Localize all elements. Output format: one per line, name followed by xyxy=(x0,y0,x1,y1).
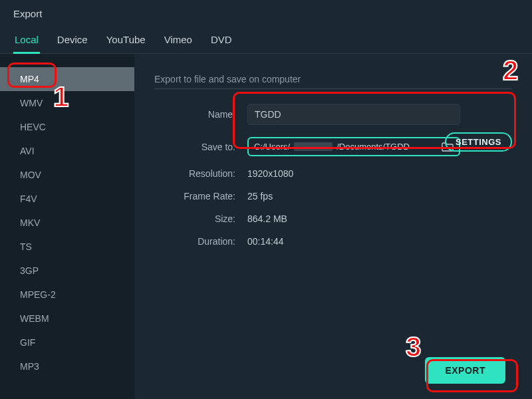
export-settings-panel: Export to file and save on computer Name… xyxy=(134,54,532,399)
format-gif[interactable]: GIF xyxy=(0,331,134,354)
label-resolution: Resolution: xyxy=(154,168,247,179)
label-framerate: Frame Rate: xyxy=(154,191,247,201)
label-duration: Duration: xyxy=(154,236,247,247)
format-sidebar: MP4 WMV HEVC AVI MOV F4V MKV TS 3GP MPEG… xyxy=(0,54,134,399)
settings-button[interactable]: SETTINGS xyxy=(445,132,512,152)
format-3gp[interactable]: 3GP xyxy=(0,259,134,283)
path-suffix: /Documents/TGDD xyxy=(336,142,410,152)
format-mp4[interactable]: MP4 xyxy=(0,67,134,91)
window-title: Export xyxy=(0,0,532,25)
value-framerate: 25 fps xyxy=(247,191,273,201)
tab-local[interactable]: Local xyxy=(13,30,40,54)
export-button[interactable]: EXPORT xyxy=(425,357,505,384)
format-avi[interactable]: AVI xyxy=(0,139,134,163)
label-saveto: Save to: xyxy=(154,142,247,152)
format-hevc[interactable]: HEVC xyxy=(0,115,134,139)
format-mpeg2[interactable]: MPEG-2 xyxy=(0,283,134,307)
format-f4v[interactable]: F4V xyxy=(0,187,134,211)
tab-dvd[interactable]: DVD xyxy=(209,30,233,53)
format-mov[interactable]: MOV xyxy=(0,163,134,187)
value-duration: 00:14:44 xyxy=(247,236,284,247)
tab-youtube[interactable]: YouTube xyxy=(105,30,147,53)
section-heading: Export to file and save on computer xyxy=(154,74,512,84)
divider xyxy=(154,88,512,89)
name-input[interactable] xyxy=(247,104,460,125)
format-mp3[interactable]: MP3 xyxy=(0,354,134,378)
format-webm[interactable]: WEBM xyxy=(0,307,134,331)
path-prefix: C:/Users/ xyxy=(254,142,290,152)
label-name: Name: xyxy=(154,109,247,120)
tab-device[interactable]: Device xyxy=(56,30,89,53)
format-wmv[interactable]: WMV xyxy=(0,91,134,115)
format-mkv[interactable]: MKV xyxy=(0,211,134,235)
value-size: 864.2 MB xyxy=(247,213,287,224)
label-size: Size: xyxy=(154,213,247,224)
export-tabs: Local Device YouTube Vimeo DVD xyxy=(0,25,532,54)
tab-vimeo[interactable]: Vimeo xyxy=(163,30,194,53)
format-ts[interactable]: TS xyxy=(0,235,134,259)
path-redacted xyxy=(294,142,332,151)
save-path-field[interactable]: C:/Users/ /Documents/TGDD xyxy=(247,137,460,156)
value-resolution: 1920x1080 xyxy=(247,168,293,179)
